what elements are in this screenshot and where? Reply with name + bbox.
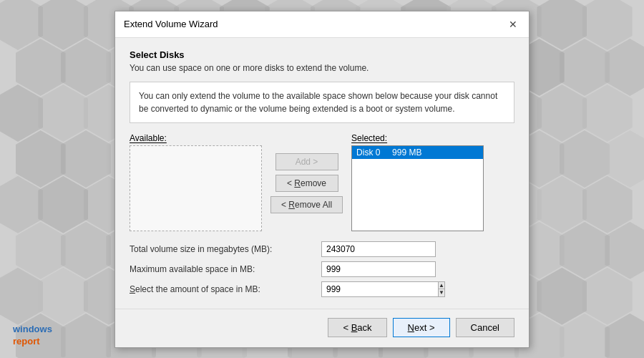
title-bar: Extend Volume Wizard ✕ <box>115 11 529 38</box>
select-amount-spinner[interactable]: ▲ ▼ <box>321 281 436 297</box>
remove-all-button-label: R <box>288 200 295 210</box>
section-title: Select Disks <box>130 49 514 60</box>
total-volume-label: Total volume size in megabytes (MB): <box>130 244 316 254</box>
max-available-label: Maximum available space in MB: <box>130 264 316 274</box>
remove-all-button[interactable]: < Remove All <box>270 196 343 213</box>
brand-line2: report <box>13 336 52 348</box>
total-volume-value: 243070 <box>321 241 436 257</box>
dialog-body: Select Disks You can use space on one or… <box>115 38 529 309</box>
spin-buttons: ▲ ▼ <box>438 281 445 297</box>
next-underline: N <box>408 322 414 333</box>
brand-line1: windows <box>13 324 52 336</box>
field-row-select: Select the amount of space in MB: ▲ ▼ <box>130 281 514 297</box>
spin-down-button[interactable]: ▼ <box>439 289 444 296</box>
selected-column: Selected: Disk 0 999 MB <box>351 133 484 231</box>
dialog-title: Extend Volume Wizard <box>124 19 218 29</box>
disk-selector: Available: Add > < Remove < Remove All S… <box>130 133 514 231</box>
available-column: Available: <box>130 133 262 231</box>
remove-button-label: R <box>294 178 301 188</box>
section-subtitle: You can use space on one or more disks t… <box>130 63 514 73</box>
cancel-button[interactable]: Cancel <box>456 318 514 337</box>
add-button[interactable]: Add > <box>275 153 338 170</box>
disk-buttons: Add > < Remove < Remove All <box>262 133 351 213</box>
info-text: You can only extend the volume to the av… <box>130 82 514 123</box>
remove-button[interactable]: < Remove <box>275 175 338 192</box>
extend-volume-dialog: Extend Volume Wizard ✕ Select Disks You … <box>114 11 530 348</box>
max-available-value: 999 <box>321 261 436 277</box>
select-amount-label: Select the amount of space in MB: <box>130 284 316 294</box>
field-row-max: Maximum available space in MB: 999 <box>130 261 514 277</box>
select-amount-input[interactable] <box>321 281 438 297</box>
close-button[interactable]: ✕ <box>506 17 520 32</box>
next-button[interactable]: Next > <box>393 318 450 337</box>
back-button[interactable]: < Back <box>328 318 386 337</box>
selected-label: Selected: <box>351 133 484 143</box>
field-row-total: Total volume size in megabytes (MB): 243… <box>130 241 514 257</box>
selected-listbox[interactable]: Disk 0 999 MB <box>351 145 484 231</box>
back-underline: B <box>351 322 358 333</box>
spin-up-button[interactable]: ▲ <box>439 282 444 289</box>
fields-section: Total volume size in megabytes (MB): 243… <box>130 241 514 297</box>
selected-disk-item[interactable]: Disk 0 999 MB <box>352 146 483 159</box>
available-label: Available: <box>130 133 262 143</box>
dialog-footer: < Back Next > Cancel <box>115 309 529 347</box>
select-underline: S <box>130 284 135 294</box>
available-listbox[interactable] <box>130 145 262 231</box>
brand-logo: windows report <box>13 324 52 348</box>
